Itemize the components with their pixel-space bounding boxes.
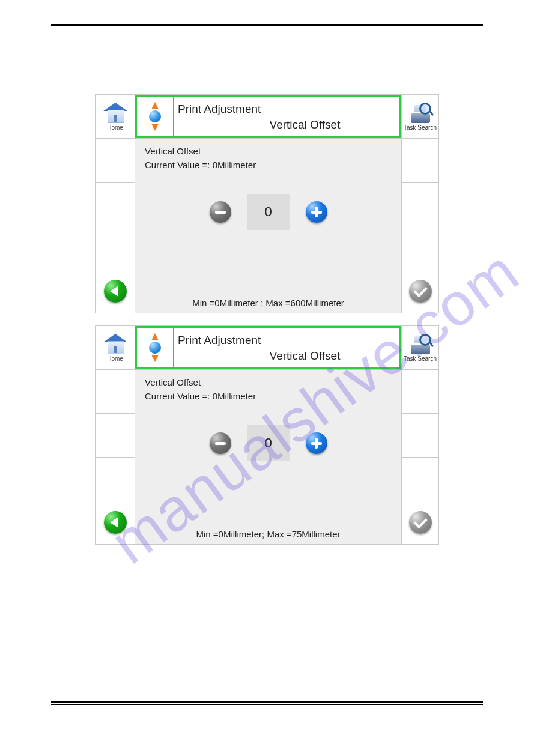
nav-slot-empty xyxy=(401,370,438,414)
panel-footer-row: Min =0Millimeter ; Max =600Millimeter xyxy=(96,270,438,313)
nav-slot-empty xyxy=(96,139,135,183)
increment-button[interactable] xyxy=(306,201,327,223)
stepper-value[interactable]: 0 xyxy=(247,194,290,230)
nav-slot-empty xyxy=(401,458,438,501)
nav-slot-empty xyxy=(96,458,135,501)
value-stepper: 0 xyxy=(145,194,392,230)
panel-footer: Min =0Millimeter; Max =75Millimeter xyxy=(135,501,401,544)
param-label: Vertical Offset xyxy=(145,377,392,387)
home-icon xyxy=(103,334,127,354)
task-search-icon xyxy=(408,103,432,123)
back-icon xyxy=(104,511,127,534)
nav-slot-empty xyxy=(401,139,438,183)
minmax-label: Min =0Millimeter; Max =75Millimeter xyxy=(196,527,340,544)
decrement-button[interactable] xyxy=(210,201,231,223)
panel-body-main: Vertical Offset Current Value =: 0Millim… xyxy=(135,370,401,501)
check-icon xyxy=(409,280,432,303)
param-label: Vertical Offset xyxy=(145,146,392,156)
check-icon xyxy=(409,511,432,534)
back-icon xyxy=(104,280,127,303)
minus-icon xyxy=(215,442,226,445)
task-search-button[interactable]: Task Search xyxy=(401,95,438,138)
home-label: Home xyxy=(107,355,123,362)
minmax-label: Min =0Millimeter ; Max =600Millimeter xyxy=(192,295,344,313)
home-button[interactable]: Home xyxy=(96,95,135,138)
panel-header: Print Adjustment Vertical Offset xyxy=(135,95,401,138)
value-stepper: 0 xyxy=(145,425,392,461)
panel-subtitle: Vertical Offset xyxy=(270,118,341,132)
home-button[interactable]: Home xyxy=(96,326,135,369)
task-search-icon xyxy=(408,334,432,354)
panel-header: Print Adjustment Vertical Offset xyxy=(135,326,401,369)
back-button[interactable] xyxy=(96,270,135,313)
back-button[interactable] xyxy=(96,501,135,544)
stepper-value[interactable]: 0 xyxy=(247,425,290,461)
current-value-label: Current Value =: 0Millimeter xyxy=(145,391,392,401)
adjustment-panel: Home Print Adjustment Vertical Offset xyxy=(95,325,439,545)
minus-icon xyxy=(215,211,226,214)
page-content: Home Print Adjustment Vertical Offset xyxy=(0,94,534,545)
panel-body-main: Vertical Offset Current Value =: 0Millim… xyxy=(135,139,401,270)
panel-body: Vertical Offset Current Value =: 0Millim… xyxy=(96,370,438,501)
vertical-offset-icon xyxy=(137,328,174,367)
vertical-offset-icon xyxy=(137,97,174,136)
page-bottom-rule xyxy=(51,701,483,705)
nav-slot-empty xyxy=(96,414,135,458)
panel-title: Print Adjustment xyxy=(178,103,261,116)
plus-icon xyxy=(315,207,318,217)
panel-header-text: Print Adjustment Vertical Offset xyxy=(174,328,399,367)
current-value-label: Current Value =: 0Millimeter xyxy=(145,160,392,170)
nav-slot-empty xyxy=(401,414,438,458)
confirm-button[interactable] xyxy=(401,270,438,313)
nav-slot-empty xyxy=(96,183,135,226)
panel-subtitle: Vertical Offset xyxy=(270,349,341,363)
task-search-label: Task Search xyxy=(404,355,437,362)
decrement-button[interactable] xyxy=(210,432,231,454)
increment-button[interactable] xyxy=(306,432,327,454)
nav-slot-empty xyxy=(401,226,438,270)
task-search-button[interactable]: Task Search xyxy=(401,326,438,369)
panel-footer-row: Min =0Millimeter; Max =75Millimeter xyxy=(96,501,438,544)
panel-header-row: Home Print Adjustment Vertical Offset xyxy=(96,326,438,370)
panel-footer: Min =0Millimeter ; Max =600Millimeter xyxy=(135,270,401,313)
panel-body: Vertical Offset Current Value =: 0Millim… xyxy=(96,139,438,270)
plus-icon xyxy=(315,438,318,449)
nav-slot-empty xyxy=(401,183,438,226)
panel-header-text: Print Adjustment Vertical Offset xyxy=(174,97,399,136)
adjustment-panel: Home Print Adjustment Vertical Offset xyxy=(95,94,439,313)
page-top-rule xyxy=(51,24,483,28)
task-search-label: Task Search xyxy=(404,124,437,131)
confirm-button[interactable] xyxy=(401,501,438,544)
nav-slot-empty xyxy=(96,370,135,414)
panel-title: Print Adjustment xyxy=(178,334,261,347)
home-label: Home xyxy=(107,124,123,131)
home-icon xyxy=(103,103,127,123)
nav-slot-empty xyxy=(96,226,135,270)
panel-header-row: Home Print Adjustment Vertical Offset xyxy=(96,95,438,139)
